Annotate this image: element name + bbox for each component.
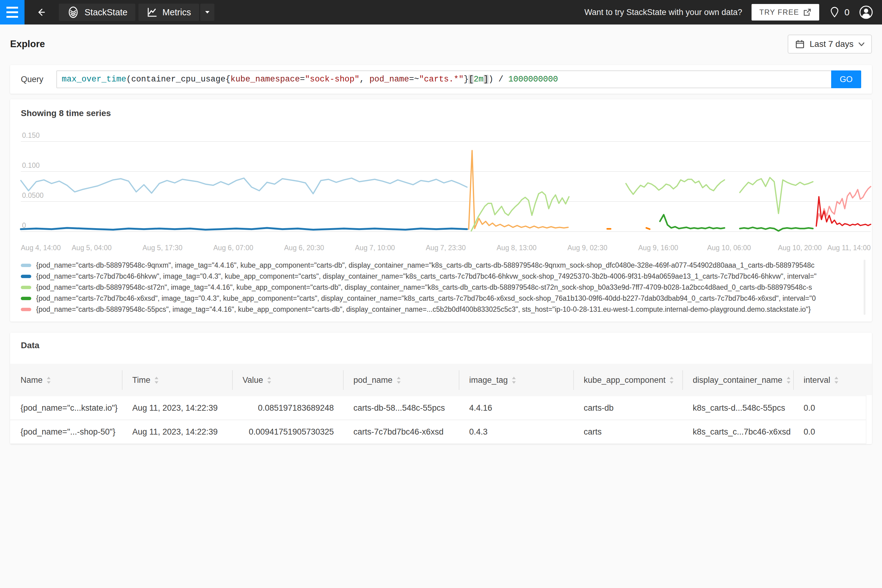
legend-item[interactable]: {pod_name="carts-db-588979548c-55pcs", i… (21, 304, 861, 315)
cell-value: 0.00941751905730325 (232, 420, 343, 444)
hamburger-icon (6, 11, 18, 13)
column-label: kube_app_component (584, 375, 666, 385)
cell-image_tag: 0.4.3 (459, 420, 573, 444)
legend-swatch-icon (21, 286, 31, 289)
column-label: Name (21, 375, 43, 385)
series-carts-db-588979548c-9qnxm (21, 178, 467, 194)
table-body: {pod_name="c...kstate.io"}Aug 11, 2023, … (10, 396, 872, 444)
series-carts-db-588979548c-st72n (626, 180, 724, 195)
table-row[interactable]: {pod_name="...-shop-50"}Aug 11, 2023, 14… (10, 420, 872, 444)
x-axis-label: Aug 5, 04:00 (72, 244, 111, 252)
legend-swatch-icon (21, 275, 31, 278)
table-scrollbar[interactable] (866, 395, 872, 444)
legend-item[interactable]: {pod_name="carts-db-588979548c-9qnxm", i… (21, 260, 861, 271)
cell-name: {pod_name="c...kstate.io"} (10, 396, 122, 420)
x-axis-label: Aug 10, 20:00 (778, 244, 822, 252)
pin-icon (828, 6, 841, 18)
chart-plot[interactable]: 0.1500.1000.05000 (21, 129, 861, 240)
user-avatar-button[interactable] (859, 5, 873, 20)
column-label: pod_name (353, 375, 393, 385)
query-token: 1000000000 (508, 75, 558, 84)
metrics-chart-icon (146, 7, 158, 18)
cell-pod_name: carts-db-58...548c-55pcs (343, 396, 459, 420)
cell-kube_app_component: carts (573, 420, 682, 444)
column-header-name[interactable]: Name (10, 364, 122, 396)
sort-icon (46, 376, 51, 384)
time-range-button[interactable]: Last 7 days (788, 34, 872, 54)
app-button-stackstate[interactable]: StackState (59, 4, 135, 21)
query-token: pod_name (369, 75, 409, 84)
column-label: Time (132, 375, 150, 385)
x-axis-label: Aug 9, 16:00 (638, 244, 678, 252)
legend-item[interactable]: {pod_name="carts-7c7bd7bc46-x6xsd", imag… (21, 293, 861, 304)
cell-time: Aug 11, 2023, 14:22:39 (122, 396, 232, 420)
column-label: Value (243, 375, 263, 385)
hamburger-icon (6, 7, 18, 9)
query-token: } (464, 75, 469, 84)
legend-item[interactable]: {pod_name="carts-db-588979548c-st72n", i… (21, 282, 861, 293)
column-header-kube_app_component[interactable]: kube_app_component (573, 364, 682, 396)
legend-label: {pod_name="carts-db-588979548c-st72n", i… (36, 283, 812, 291)
menu-button[interactable] (0, 0, 24, 24)
x-axis-label: Aug 5, 17:30 (142, 244, 182, 252)
legend-scrollbar[interactable] (864, 260, 866, 315)
caret-down-icon (205, 11, 210, 14)
x-axis-label: Aug 7, 23:30 (426, 244, 465, 252)
query-label: Query (21, 75, 44, 84)
app-dropdown-button[interactable] (200, 4, 214, 21)
column-header-value[interactable]: Value (232, 364, 343, 396)
cell-display_container_name: k8s_carts-d...548c-55pcs (682, 396, 793, 420)
query-input[interactable]: max_over_time(container_cpu_usage{kube_n… (56, 70, 831, 88)
chevron-down-icon (858, 42, 864, 46)
x-axis-label: Aug 6, 07:00 (213, 244, 253, 252)
query-token: { (225, 75, 230, 84)
x-axis-label: Aug 11, 14:00 (827, 244, 871, 252)
legend-label: {pod_name="carts-7c7bd7bc46-x6xsd", imag… (36, 294, 816, 303)
column-header-display_container_name[interactable]: display_container_name (682, 364, 793, 396)
app-label: Metrics (162, 8, 191, 18)
series-carts-7c7bd7bc46-x6xsd (660, 214, 724, 228)
time-series-chart: 0.1500.1000.05000 (21, 129, 871, 240)
query-card: Query max_over_time(container_cpu_usage{… (10, 65, 872, 94)
column-header-interval[interactable]: interval (793, 364, 872, 396)
pinned-items-button[interactable]: 0 (828, 6, 849, 18)
go-button[interactable]: GO (831, 70, 861, 88)
query-token: ] (484, 75, 489, 84)
query-token: [ (469, 75, 474, 84)
legend-swatch-icon (21, 297, 31, 300)
table-row[interactable]: {pod_name="c...kstate.io"}Aug 11, 2023, … (10, 396, 872, 420)
sort-icon (669, 376, 674, 384)
arrow-left-icon (36, 7, 46, 18)
column-label: interval (804, 375, 830, 385)
query-token: / (494, 75, 508, 84)
app-label: StackState (84, 8, 128, 18)
x-axis-label: Aug 8, 13:00 (497, 244, 537, 252)
app-button-metrics[interactable]: Metrics (138, 4, 199, 21)
data-card: Data NameTimeValuepod_nameimage_tagkube_… (10, 333, 872, 444)
time-range-label: Last 7 days (810, 39, 854, 49)
try-free-button[interactable]: TRY FREE (752, 4, 819, 21)
cell-interval: 0.0 (793, 420, 872, 444)
series-carts-7c7bd7bc46-6hkvw (21, 228, 467, 230)
avatar-icon (859, 5, 873, 20)
column-header-time[interactable]: Time (122, 364, 232, 396)
hamburger-icon (6, 16, 18, 18)
query-token: "sock-shop" (305, 75, 359, 84)
sort-icon (834, 376, 839, 384)
page: Explore Last 7 days Query max_over_time(… (0, 34, 882, 444)
cell-kube_app_component: carts-db (573, 396, 682, 420)
series-orange-series-2 (646, 228, 650, 229)
legend-item[interactable]: {pod_name="carts-7c7bd7bc46-6hkvw", imag… (21, 271, 861, 282)
column-header-image_tag[interactable]: image_tag (459, 364, 573, 396)
column-label: display_container_name (693, 375, 783, 385)
back-button[interactable] (31, 3, 51, 22)
series-carts-7c7bd7bc46-x6xsd (740, 227, 813, 231)
cell-time: Aug 11, 2023, 14:22:39 (122, 420, 232, 444)
series-carts-db-588979548c-55pcs (816, 186, 871, 225)
query-token: =~ (409, 75, 419, 84)
pin-count: 0 (844, 7, 849, 18)
banner-text: Want to try StackState with your own dat… (584, 8, 742, 17)
column-header-pod_name[interactable]: pod_name (343, 364, 459, 396)
legend-swatch-icon (21, 264, 31, 267)
calendar-icon (795, 39, 805, 49)
